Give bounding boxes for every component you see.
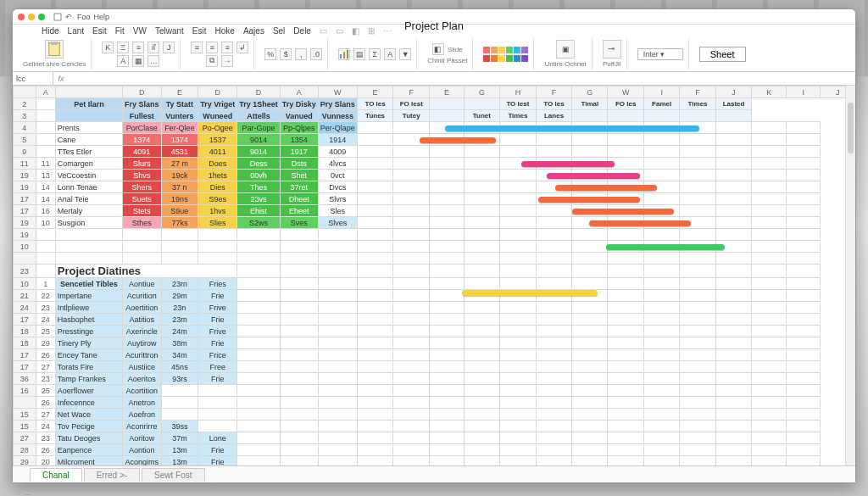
cell[interactable] xyxy=(752,397,787,409)
cell[interactable] xyxy=(643,326,679,337)
cell[interactable] xyxy=(499,361,536,373)
cell[interactable] xyxy=(280,373,318,385)
cell[interactable] xyxy=(499,385,536,397)
cell[interactable] xyxy=(357,456,393,466)
cell[interactable] xyxy=(715,193,752,205)
pull-icon[interactable]: ⭲ xyxy=(603,40,621,59)
cell[interactable] xyxy=(393,337,430,349)
cell[interactable]: 1374 xyxy=(161,134,198,146)
cell[interactable] xyxy=(536,193,572,205)
cell[interactable] xyxy=(464,456,499,466)
cell[interactable] xyxy=(643,253,679,265)
cell[interactable] xyxy=(536,361,572,373)
row-header[interactable]: 3 xyxy=(14,110,36,122)
cell[interactable] xyxy=(715,181,752,193)
cell[interactable] xyxy=(643,421,679,432)
cell[interactable] xyxy=(464,253,499,265)
menu-esit[interactable]: Esit xyxy=(92,26,107,36)
cell[interactable] xyxy=(237,349,281,361)
cell[interactable]: Fer-Qlee xyxy=(161,122,198,134)
cell[interactable] xyxy=(430,326,465,337)
cell[interactable]: Sthes xyxy=(123,217,162,229)
cell[interactable] xyxy=(787,217,821,229)
cell[interactable] xyxy=(787,385,821,397)
cell[interactable] xyxy=(280,421,318,432)
sort-icon[interactable]: A xyxy=(384,48,396,60)
cell[interactable] xyxy=(787,349,821,361)
cell[interactable]: 4531 xyxy=(161,146,198,158)
cell[interactable]: Frive xyxy=(198,326,237,337)
list-item-name[interactable]: Net Wace xyxy=(55,409,122,421)
cell[interactable] xyxy=(198,421,237,432)
cell[interactable] xyxy=(715,241,752,253)
cell[interactable] xyxy=(280,302,318,314)
cell[interactable] xyxy=(464,217,499,229)
cell[interactable]: Dheet xyxy=(280,193,318,205)
cell[interactable] xyxy=(357,217,393,229)
cell[interactable] xyxy=(464,122,499,134)
row-header[interactable]: 5 xyxy=(14,134,36,146)
cell[interactable]: Aatitios xyxy=(123,314,162,326)
cell[interactable] xyxy=(787,361,821,373)
cell[interactable] xyxy=(464,385,499,397)
cell[interactable] xyxy=(357,253,393,265)
col-header[interactable]: H xyxy=(499,86,536,98)
cell[interactable]: Dess xyxy=(237,158,281,170)
col-header[interactable]: D xyxy=(123,86,162,98)
task-name[interactable]: TTes Etler xyxy=(55,146,122,158)
cell[interactable] xyxy=(643,146,679,158)
cell[interactable] xyxy=(643,337,679,349)
col-header[interactable]: D xyxy=(237,86,281,98)
cell[interactable] xyxy=(752,241,787,253)
cell[interactable]: Slies xyxy=(198,217,237,229)
cell[interactable] xyxy=(393,290,430,302)
cell[interactable] xyxy=(430,278,465,290)
menu-dele[interactable]: Dele xyxy=(293,26,311,36)
cell[interactable]: Fries xyxy=(198,278,237,290)
cell[interactable]: 13m xyxy=(161,456,198,466)
cell[interactable] xyxy=(123,241,162,253)
cell[interactable]: Free xyxy=(198,361,237,373)
menu-icon-1[interactable]: ▭ xyxy=(336,26,343,36)
cell[interactable] xyxy=(237,361,281,373)
cell[interactable] xyxy=(318,290,357,302)
cell[interactable] xyxy=(715,302,752,314)
cell[interactable] xyxy=(608,146,644,158)
cell[interactable] xyxy=(572,217,608,229)
filter-icon[interactable]: ▼ xyxy=(399,48,411,60)
cell[interactable] xyxy=(237,421,281,432)
cell[interactable] xyxy=(787,432,821,444)
cell[interactable]: 23rn xyxy=(161,278,198,290)
cell[interactable] xyxy=(608,456,644,466)
row-header[interactable]: 21 xyxy=(14,290,36,302)
row-header[interactable]: 9 xyxy=(14,146,36,158)
vertical-scrollbar[interactable] xyxy=(845,86,855,465)
cell[interactable] xyxy=(608,205,644,217)
currency-icon[interactable]: $ xyxy=(280,48,292,60)
cell[interactable] xyxy=(357,134,393,146)
cell[interactable] xyxy=(608,421,644,432)
cell[interactable] xyxy=(787,278,821,290)
cell[interactable] xyxy=(715,290,752,302)
row-header[interactable]: 16 xyxy=(14,385,36,397)
menu-fit[interactable]: Fit xyxy=(115,26,125,36)
sheet-button[interactable]: Sheet xyxy=(699,47,746,62)
cell[interactable]: 93rs xyxy=(161,373,198,385)
cell[interactable]: Per-Qlape xyxy=(318,122,357,134)
cell[interactable]: PorClase xyxy=(123,122,162,134)
cell[interactable] xyxy=(643,302,679,314)
cell[interactable] xyxy=(318,241,357,253)
cell[interactable] xyxy=(715,361,752,373)
cell[interactable] xyxy=(318,421,357,432)
cell[interactable] xyxy=(499,122,536,134)
list-item-name[interactable]: Tinery Ply xyxy=(55,337,122,349)
task-name[interactable]: Mertaly xyxy=(55,205,122,217)
cell[interactable] xyxy=(430,181,465,193)
cell[interactable] xyxy=(237,302,281,314)
cell[interactable]: 23n xyxy=(161,302,198,314)
cell[interactable] xyxy=(357,158,393,170)
cell[interactable] xyxy=(680,170,715,181)
cell[interactable] xyxy=(499,456,536,466)
cell[interactable]: Frie xyxy=(198,444,237,456)
formula-icon[interactable]: Σ xyxy=(369,48,381,60)
